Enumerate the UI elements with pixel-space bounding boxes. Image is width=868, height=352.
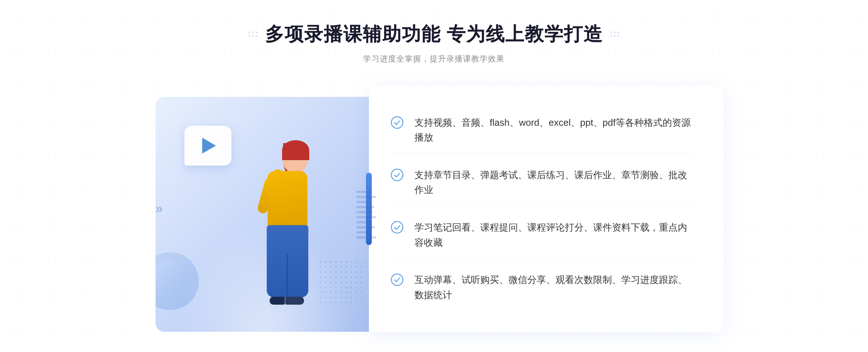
stripe-deco (356, 191, 376, 241)
check-circle-icon-4 (391, 273, 404, 286)
deco-dots-left (248, 31, 258, 37)
person-body (233, 129, 342, 332)
feature-item-4: 互动弹幕、试听购买、微信分享、观看次数限制、学习进度跟踪、数据统计 (391, 265, 694, 310)
page-container: 多项录播课辅助功能 专为线上教学打造 学习进度全掌握，提升录播课教学效果 (0, 0, 868, 352)
illustration-area: » (145, 86, 369, 332)
person-shoe-left (270, 297, 285, 305)
person-shoe-right (285, 297, 304, 305)
page-subtitle: 学习进度全掌握，提升录播课教学效果 (248, 53, 620, 64)
person-pants (267, 225, 309, 297)
feature-text-2: 支持章节目录、弹题考试、课后练习、课后作业、章节测验、批改作业 (414, 168, 694, 198)
deco-dots-right (610, 31, 620, 37)
check-circle-icon-1 (391, 116, 404, 129)
features-panel: 支持视频、音频、flash、word、excel、ppt、pdf等各种格式的资源… (369, 86, 723, 332)
svg-point-3 (391, 274, 403, 286)
feature-item-2: 支持章节目录、弹题考试、课后练习、课后作业、章节测验、批改作业 (391, 160, 694, 205)
feature-item-1: 支持视频、音频、flash、word、excel、ppt、pdf等各种格式的资源… (391, 108, 694, 153)
person-illustration (233, 129, 342, 332)
header-title-row: 多项录播课辅助功能 专为线上教学打造 (248, 22, 620, 47)
feature-text-3: 学习笔记回看、课程提问、课程评论打分、课件资料下载，重点内容收藏 (414, 220, 694, 250)
check-circle-icon-3 (391, 221, 404, 234)
feature-text-4: 互动弹幕、试听购买、微信分享、观看次数限制、学习进度跟踪、数据统计 (414, 272, 694, 302)
illustration-bg (156, 97, 376, 332)
feature-item-3: 学习笔记回看、课程提问、课程评论打分、课件资料下载，重点内容收藏 (391, 213, 694, 258)
play-bubble (184, 126, 231, 166)
svg-point-1 (391, 169, 403, 181)
feature-text-1: 支持视频、音频、flash、word、excel、ppt、pdf等各种格式的资源… (414, 115, 694, 145)
content-section: » 支持视频、音频、flash、word、excel、ppt、pdf等各种格式的… (145, 86, 723, 332)
svg-point-2 (391, 222, 403, 233)
page-title: 多项录播课辅助功能 专为线上教学打造 (265, 22, 603, 47)
check-circle-icon-2 (391, 168, 404, 181)
chevron-left-icon: » (156, 201, 163, 216)
play-icon (202, 138, 216, 154)
person-torso (268, 171, 307, 229)
person-hair (282, 140, 309, 160)
svg-point-0 (391, 117, 403, 128)
header-section: 多项录播课辅助功能 专为线上教学打造 学习进度全掌握，提升录播课教学效果 (248, 22, 620, 64)
